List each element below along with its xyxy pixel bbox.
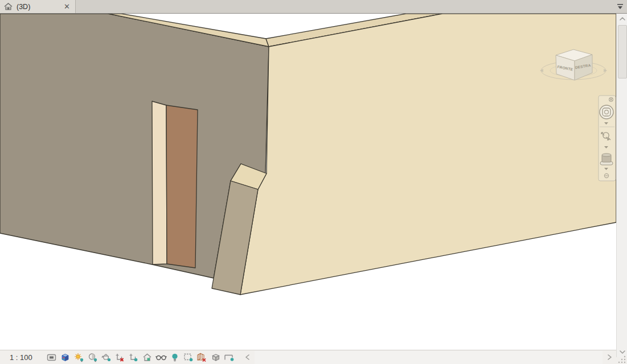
view-control-bar: 1 : 100 [0,350,616,364]
tab-list-overflow-icon[interactable] [616,3,624,10]
model-viewport[interactable]: FRONTE DESTRA [0,14,616,350]
highlight-displacement-sets-button[interactable] [209,351,223,363]
home-icon [4,3,13,10]
vertical-scrollbar[interactable] [616,14,627,357]
detail-level-button[interactable] [45,351,59,363]
door-jamb-face[interactable] [152,101,167,264]
show-rendering-dialog-button[interactable] [100,351,113,363]
reveal-hidden-elements-button[interactable] [168,351,182,363]
shadows-button[interactable] [86,351,100,363]
horizontal-scrollbar[interactable] [255,351,603,364]
view-scale-button[interactable]: 1 : 100 [10,353,32,362]
close-icon[interactable]: ✕ [64,3,70,10]
temporary-view-properties-button[interactable] [182,351,195,363]
door-panel[interactable] [166,105,198,268]
steering-wheel-icon[interactable] [600,105,613,119]
show-crop-region-button[interactable] [127,351,141,363]
scroll-right-icon[interactable] [603,351,616,363]
vertical-scrollbar-thumb[interactable] [618,25,627,78]
navigation-bar[interactable] [599,96,616,181]
visual-style-button[interactable] [59,351,72,363]
view-tab-bar: (3D) ✕ [0,0,627,14]
sun-path-button[interactable] [72,351,86,363]
analytical-model-button[interactable] [195,351,209,363]
scene-3d[interactable]: FRONTE DESTRA [0,14,616,350]
locked-3d-view-button[interactable] [141,351,154,363]
crop-view-button[interactable] [113,351,127,363]
orbit-icon[interactable] [600,154,613,165]
resize-grip-icon[interactable] [617,355,626,363]
view-tab-3d[interactable]: (3D) ✕ [0,0,76,13]
tab-title: (3D) [17,3,64,11]
temporary-hide-isolate-button[interactable] [154,351,168,363]
scroll-left-icon[interactable] [241,351,255,363]
displace-elements-button[interactable] [223,351,236,363]
scroll-up-icon[interactable] [617,14,627,24]
